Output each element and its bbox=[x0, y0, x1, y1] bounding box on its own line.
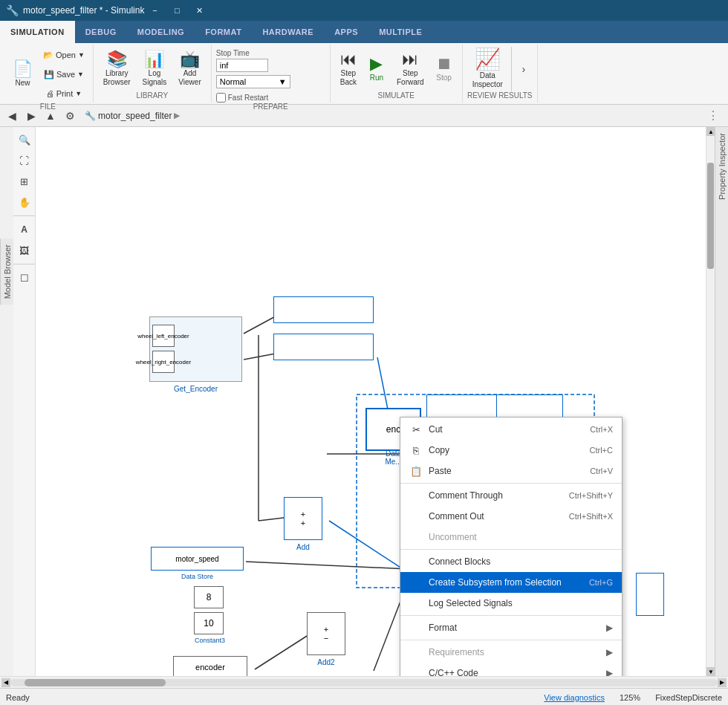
breadcrumb-text[interactable]: motor_speed_filter bbox=[98, 111, 172, 121]
print-label: Print bbox=[56, 89, 74, 98]
fit-selection-button[interactable]: ⊞ bbox=[15, 172, 34, 191]
model-browser-tab[interactable]: Model Browser bbox=[0, 238, 13, 305]
save-arrow: ▼ bbox=[77, 71, 84, 78]
canvas[interactable]: wheel_left_encoder wheel_right_encoder G… bbox=[36, 127, 715, 676]
view-diagnostics-link[interactable]: View diagnostics bbox=[544, 693, 605, 702]
fast-restart-checkbox[interactable] bbox=[216, 93, 226, 103]
ctx-comment-out[interactable]: Comment Out Ctrl+Shift+X bbox=[400, 506, 622, 527]
add-viewer-button[interactable]: 📺 AddViewer bbox=[173, 47, 206, 91]
ctx-cpp-code[interactable]: C/C++ Code ▶ bbox=[400, 663, 622, 676]
fast-restart-label: Fast Restart bbox=[228, 94, 268, 102]
save-label: Save bbox=[56, 70, 75, 79]
right-block1[interactable] bbox=[636, 573, 664, 616]
ribbon-group-library: 📚 LibraryBrowser 📊 LogSignals 📺 AddViewe… bbox=[94, 45, 212, 103]
property-inspector-tab[interactable]: Property Inspector bbox=[715, 127, 728, 206]
ctx-connect-blocks[interactable]: Connect Blocks bbox=[400, 551, 622, 572]
ctx-copy[interactable]: ⎘ Copy Ctrl+C bbox=[400, 440, 622, 461]
add-block[interactable]: ++ Add bbox=[284, 497, 322, 540]
ctx-create-subsystem-shortcut: Ctrl+G bbox=[589, 578, 613, 587]
ctx-uncomment-label: Uncomment bbox=[429, 532, 607, 542]
ribbon-group-simulate: ⏮ StepBack ▶ Run ⏭ StepForward ⏹ Stop SI… bbox=[331, 45, 463, 103]
file-group-label: FILE bbox=[7, 103, 88, 112]
library-group-label: LIBRARY bbox=[98, 91, 207, 101]
save-button[interactable]: 💾 Save ▼ bbox=[39, 65, 88, 83]
pan-button[interactable]: ✋ bbox=[15, 192, 34, 212]
close-button[interactable]: ✕ bbox=[189, 0, 209, 21]
step-forward-icon: ⏭ bbox=[402, 51, 418, 68]
normal-select[interactable]: Normal ▼ bbox=[216, 75, 290, 88]
svg-line-6 bbox=[246, 562, 409, 569]
tab-apps[interactable]: APPS bbox=[324, 21, 368, 43]
const8-block[interactable]: 8 bbox=[194, 586, 224, 608]
text-tool[interactable]: A bbox=[15, 220, 34, 239]
library-browser-button[interactable]: 📚 LibraryBrowser bbox=[98, 47, 136, 91]
scrollbar-toggle[interactable]: ⋮ bbox=[704, 107, 722, 125]
ctx-uncomment[interactable]: Uncomment bbox=[400, 527, 622, 548]
fit-view-button[interactable]: ⛶ bbox=[15, 151, 34, 170]
svg-line-9 bbox=[255, 632, 313, 669]
add2-block[interactable]: +− Add2 bbox=[307, 612, 345, 655]
ctx-log-signals[interactable]: Log Selected Signals bbox=[400, 593, 622, 614]
sep bbox=[511, 47, 512, 91]
scroll-track[interactable] bbox=[10, 679, 718, 686]
step-back-button[interactable]: ⏮ StepBack bbox=[335, 47, 362, 91]
horizontal-scrollbar[interactable]: ◀ ▶ bbox=[0, 676, 728, 688]
ctx-requirements[interactable]: Requirements ▶ bbox=[400, 642, 622, 663]
ctx-connect-label: Connect Blocks bbox=[429, 556, 607, 567]
log-signals-icon bbox=[409, 597, 423, 610]
stop-button[interactable]: ⏹ Stop bbox=[431, 47, 458, 91]
open-button[interactable]: 📂 Open ▼ bbox=[39, 46, 88, 64]
breadcrumb: 🔧 motor_speed_filter ▶ bbox=[85, 111, 180, 121]
motor-speed-block[interactable]: motor_speed Data Store bbox=[151, 547, 244, 571]
ctx-create-subsystem-label: Create Subsystem from Selection bbox=[429, 577, 583, 588]
main-area: Model Browser 🔍 ⛶ ⊞ ✋ A 🖼 ☐ bbox=[0, 127, 728, 676]
stop-time-area: Stop Time bbox=[216, 49, 268, 72]
maximize-button[interactable]: □ bbox=[166, 0, 187, 21]
ctx-comment-through-shortcut: Ctrl+Shift+Y bbox=[569, 491, 613, 500]
tab-multiple[interactable]: MULTIPLE bbox=[368, 21, 432, 43]
breadcrumb-item[interactable]: 🔧 motor_speed_filter ▶ bbox=[85, 111, 180, 121]
ctx-create-subsystem[interactable]: Create Subsystem from Selection Ctrl+G bbox=[400, 572, 622, 593]
print-icon: 🖨 bbox=[46, 89, 54, 98]
tab-debug[interactable]: DEBUG bbox=[75, 21, 127, 43]
ctx-sep1 bbox=[400, 483, 622, 484]
image-tool[interactable]: 🖼 bbox=[15, 241, 34, 260]
scroll-thumb[interactable] bbox=[25, 679, 166, 686]
right-panel: Property Inspector bbox=[715, 127, 728, 676]
tab-hardware[interactable]: HARDWARE bbox=[252, 21, 324, 43]
ctx-cut[interactable]: ✂ Cut Ctrl+X bbox=[400, 419, 622, 440]
stop-time-input[interactable] bbox=[216, 59, 268, 72]
new-label: New bbox=[15, 79, 30, 88]
step-forward-button[interactable]: ⏭ StepForward bbox=[391, 47, 429, 91]
zoom-level: 125% bbox=[620, 693, 640, 702]
expand-btn[interactable]: › bbox=[515, 60, 533, 78]
print-button[interactable]: 🖨 Print ▼ bbox=[39, 85, 88, 103]
ctx-comment-through[interactable]: Comment Through Ctrl+Shift+Y bbox=[400, 485, 622, 506]
cut-icon: ✂ bbox=[409, 423, 423, 436]
get-encoder-block[interactable]: wheel_left_encoder wheel_right_encoder G… bbox=[149, 316, 242, 382]
ctx-log-signals-label: Log Selected Signals bbox=[429, 598, 607, 608]
tab-format[interactable]: FORMAT bbox=[195, 21, 252, 43]
tab-simulation[interactable]: SIMULATION bbox=[0, 21, 75, 43]
context-menu: ✂ Cut Ctrl+X ⎘ Copy Ctrl+C 📋 Paste Ctrl+… bbox=[400, 417, 623, 676]
ctx-sep2 bbox=[400, 549, 622, 550]
cpp-icon bbox=[409, 666, 423, 676]
zoom-in-button[interactable]: 🔍 bbox=[15, 130, 34, 149]
new-button[interactable]: 📄 New bbox=[7, 52, 38, 97]
out1-block[interactable] bbox=[273, 296, 374, 323]
add-signals-button[interactable]: 📊 LogSignals bbox=[137, 47, 172, 91]
minimize-button[interactable]: − bbox=[144, 0, 165, 21]
ctx-paste[interactable]: 📋 Paste Ctrl+V bbox=[400, 461, 622, 481]
requirements-arrow-icon: ▶ bbox=[606, 647, 613, 657]
const10a-block[interactable]: 10 Constant3 bbox=[194, 612, 224, 634]
tab-modeling[interactable]: MODELING bbox=[127, 21, 195, 43]
ribbon-group-review: 📈 DataInspector › REVIEW RESULTS bbox=[463, 45, 538, 103]
out2-block[interactable] bbox=[273, 334, 374, 360]
checkbox-tool[interactable]: ☐ bbox=[15, 268, 34, 287]
vertical-scrollbar[interactable]: ▲ ▼ bbox=[706, 127, 715, 676]
status-ready: Ready bbox=[6, 693, 544, 702]
run-button[interactable]: ▶ Run bbox=[363, 47, 390, 91]
data-inspector-button[interactable]: 📈 DataInspector bbox=[467, 47, 508, 91]
encoder-block[interactable]: encoder Data Store bbox=[173, 656, 247, 676]
ctx-format[interactable]: Format ▶ bbox=[400, 617, 622, 638]
